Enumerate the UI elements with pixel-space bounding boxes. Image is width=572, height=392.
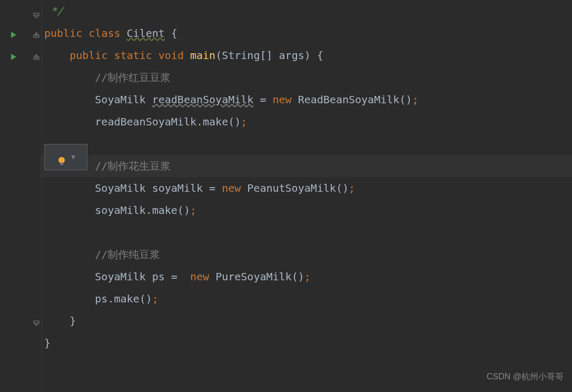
semicolon: ;: [412, 93, 418, 106]
type-name: SoyaMilk: [95, 182, 145, 194]
semicolon: ;: [241, 115, 247, 128]
variable-name: soyaMilk: [152, 182, 203, 194]
comment-text: //制作纯豆浆: [95, 248, 160, 261]
keyword-class: class: [88, 27, 120, 40]
code-area[interactable]: */ public class Cilent { public static v…: [42, 0, 572, 392]
comment-text: //制作花生豆浆: [95, 160, 171, 172]
keyword-void: void: [159, 49, 184, 62]
code-line[interactable]: soyaMilk.make();: [42, 199, 572, 221]
code-line-blank[interactable]: [42, 133, 572, 155]
type-name: SoyaMilk: [95, 270, 145, 283]
constructor-call: PureSoyaMilk(): [215, 270, 304, 283]
code-line[interactable]: //制作纯豆浆: [42, 243, 572, 266]
code-line[interactable]: readBeanSoyaMilk.make();: [42, 111, 572, 133]
editor-gutter: [0, 0, 42, 392]
method-call: .make(): [196, 115, 241, 128]
variable-name: readBeanSoyaMilk: [95, 115, 196, 128]
variable-name: readBeanSoyaMilk: [152, 93, 254, 106]
comment-text: */: [44, 5, 63, 17]
method-call: .make(): [107, 292, 152, 305]
code-line-highlighted[interactable]: //制作花生豆浆: [40, 155, 572, 177]
variable-name: soyaMilk: [95, 204, 145, 217]
code-line[interactable]: public class Cilent {: [42, 22, 572, 44]
constructor-call: ReadBeanSoyaMilk(): [298, 93, 412, 106]
comment-text: //制作红豆豆浆: [95, 71, 171, 84]
method-name: main: [190, 49, 215, 62]
code-line[interactable]: public static void main(String[] args) {: [42, 44, 572, 66]
method-args: (String[] args): [215, 49, 311, 62]
class-name: Cilent: [127, 27, 165, 40]
keyword-static: static: [114, 49, 152, 62]
code-line[interactable]: SoyaMilk soyaMilk = new PeanutSoyaMilk()…: [42, 177, 572, 199]
semicolon: ;: [304, 270, 311, 283]
run-method-icon[interactable]: [9, 46, 18, 55]
intention-bulb-popup[interactable]: ▼: [44, 144, 87, 170]
brace: {: [171, 27, 177, 40]
variable-name: ps: [95, 292, 107, 305]
code-line[interactable]: }: [42, 332, 572, 354]
variable-name: ps: [152, 270, 165, 283]
assign: =: [203, 182, 222, 194]
code-line[interactable]: //制作红豆豆浆: [42, 66, 572, 89]
brace: }: [70, 315, 76, 327]
code-line[interactable]: SoyaMilk readBeanSoyaMilk = new ReadBean…: [42, 89, 572, 111]
editor-container: */ public class Cilent { public static v…: [0, 0, 572, 392]
code-line[interactable]: }: [42, 310, 572, 332]
fold-open-icon[interactable]: [33, 46, 41, 55]
assign: =: [253, 93, 272, 106]
fold-open-icon[interactable]: [33, 24, 41, 33]
code-line[interactable]: */: [42, 0, 572, 22]
keyword-new: new: [190, 270, 209, 283]
fold-close-icon[interactable]: [33, 4, 41, 13]
keyword-new: new: [272, 93, 291, 106]
brace: {: [317, 49, 323, 62]
svg-rect-0: [60, 163, 63, 165]
code-line[interactable]: SoyaMilk ps = new PureSoyaMilk();: [42, 266, 572, 288]
run-class-icon[interactable]: [9, 24, 18, 33]
fold-close-icon[interactable]: [33, 312, 41, 320]
constructor-call: PeanutSoyaMilk(): [247, 182, 349, 194]
code-line-blank[interactable]: [42, 221, 572, 243]
code-line[interactable]: ps.make();: [42, 288, 572, 310]
semicolon: ;: [152, 292, 159, 305]
semicolon: ;: [349, 182, 355, 194]
watermark-text: CSDN @杭州小哥哥: [487, 366, 564, 388]
type-name: SoyaMilk: [95, 93, 145, 106]
keyword-public: public: [44, 27, 82, 40]
chevron-down-icon: ▼: [71, 146, 75, 168]
method-call: .make(): [146, 204, 190, 217]
brace: }: [44, 337, 51, 349]
keyword-new: new: [222, 182, 241, 194]
lightbulb-icon: [56, 152, 67, 162]
keyword-public: public: [70, 49, 107, 62]
semicolon: ;: [190, 204, 196, 217]
assign: =: [165, 270, 190, 283]
